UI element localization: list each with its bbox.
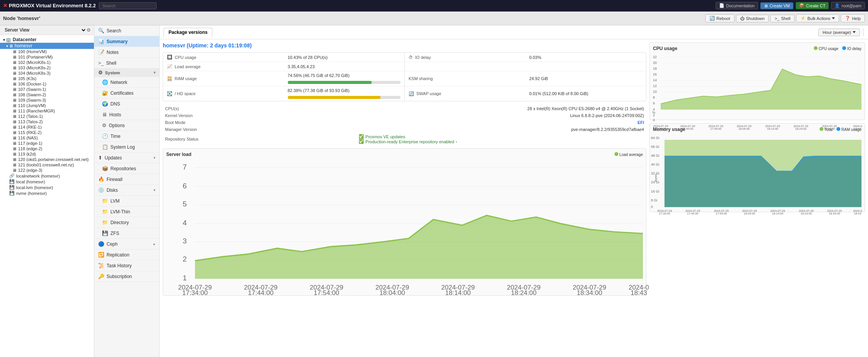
documentation-button[interactable]: 📄 Documentation <box>716 2 758 9</box>
svg-text:17:44:00: 17:44:00 <box>682 127 693 131</box>
tree-vm-112[interactable]: 🖥112 (Talos-1) <box>0 114 94 119</box>
menu-search[interactable]: 🔍 Search <box>94 25 159 36</box>
tree-vm-101[interactable]: 🖥101 (PortainerVM) <box>0 54 94 60</box>
menu-ceph[interactable]: 🔵 Ceph ▸ <box>94 239 159 250</box>
create-ct-button[interactable]: 📦 Create CT <box>796 2 829 9</box>
user-menu-button[interactable]: 👤 root@pam <box>831 2 865 9</box>
tree-vm-109[interactable]: 🖥109 (Swarm-3) <box>0 97 94 103</box>
notes-icon: 📝 <box>98 49 104 55</box>
svg-text:6: 6 <box>653 101 655 105</box>
replication-icon: 🔁 <box>98 252 104 258</box>
menu-repositories[interactable]: 📦 Repositories <box>94 163 159 174</box>
firewall-icon: 🔥 <box>98 176 104 182</box>
menu-certificates[interactable]: 🔐 Certificates <box>94 88 159 99</box>
svg-text:3: 3 <box>183 237 187 245</box>
tree-storage-local-lvm[interactable]: 💾 local-lvm (homesvr) <box>0 184 94 190</box>
time-icon: 🕐 <box>102 133 108 139</box>
tree-vm-105[interactable]: 🖥105 (K3s) <box>0 76 94 81</box>
tree-vm-120[interactable]: 🖥120 (okd1.portainer.cresswell.net.net) <box>0 157 94 162</box>
menu-dns[interactable]: 🌍 DNS <box>94 99 159 109</box>
cpu-legend-dot2 <box>842 46 846 50</box>
create-vm-button[interactable]: 🖥 Create VM <box>760 2 793 9</box>
settings-icon[interactable]: ⚙ <box>87 27 91 33</box>
cpu-chart-legend: CPU usage IO delay <box>814 46 861 51</box>
vm-label-110: 110 (JumpVM) <box>18 103 46 108</box>
menu-firewall[interactable]: 🔥 Firewall <box>94 174 159 185</box>
view-selector[interactable]: Server View <box>3 27 87 33</box>
tab-package-versions[interactable]: Package versions <box>164 28 212 37</box>
menu-updates[interactable]: ⬆ Updates ▾ <box>94 153 159 163</box>
svg-text:17:54:00: 17:54:00 <box>314 289 339 297</box>
tree-node-homesvr[interactable]: ▾ 🖥 homesvr <box>0 43 94 49</box>
tree-vm-104[interactable]: 🖥104 (MicroK8s-3) <box>0 70 94 76</box>
menu-disks[interactable]: 💿 Disks ▾ <box>94 185 159 196</box>
tree-vm-117[interactable]: 🖥117 (edge-1) <box>0 141 94 146</box>
bulk-actions-button[interactable]: ⚡ Bulk Actions <box>796 14 839 22</box>
svg-text:18:34:00: 18:34:00 <box>577 289 602 297</box>
tree-vm-106[interactable]: 🖥106 (Docker-1) <box>0 81 94 87</box>
tree-vm-116[interactable]: 🖥116 (NAS) <box>0 135 94 141</box>
shell-button[interactable]: >_ Shell <box>770 15 795 22</box>
menu-lvm-thin[interactable]: 📁 LVM-Thin <box>94 206 159 217</box>
top-search-input[interactable] <box>99 2 157 9</box>
tree-vm-102[interactable]: 🖥102 (MicroK8s-1) <box>0 60 94 65</box>
menu-syslog[interactable]: 📋 System Log <box>94 142 159 153</box>
shutdown-button[interactable]: ⏻ Shutdown <box>736 15 769 22</box>
tree-vm-122[interactable]: 🖥122 (edge-3) <box>0 168 94 173</box>
tree-vm-119[interactable]: 🖥119 (k2d) <box>0 151 94 157</box>
svg-text:18:34:00: 18:34:00 <box>829 211 840 215</box>
cpu-detail-label: CPU(s) <box>163 105 356 112</box>
tree-vm-100[interactable]: 🖥100 (HomeVM) <box>0 49 94 54</box>
repo-row: Repository Status ✅ Proxmox VE updates ✅… <box>163 133 646 145</box>
menu-subscription[interactable]: 🔑 Subscription <box>94 271 159 282</box>
help-button[interactable]: ❓ Help <box>841 14 865 22</box>
vm-label-107: 107 (Swarm-1) <box>18 87 46 92</box>
tree-vm-107[interactable]: 🖥107 (Swarm-1) <box>0 87 94 92</box>
resource-tree: ▾ 🏢 Datacenter ▾ 🖥 homesvr 🖥100 (HomeVM)… <box>0 35 94 357</box>
hosts-icon: 🖥 <box>102 112 107 117</box>
svg-text:17:44:00: 17:44:00 <box>687 211 698 215</box>
vm-icon-112: 🖥 <box>12 114 17 119</box>
node-menu: 🔍 Search 📊 Summary 📝 Notes >_ Shell ⚙ Sy… <box>94 25 160 357</box>
memory-svg: 64 Gi 56 Gi 48 Gi 40 Gi 32 Gi 24 Gi 16 G… <box>653 134 861 208</box>
tree-vm-103[interactable]: 🖥103 (MicroK8s-2) <box>0 65 94 70</box>
menu-hosts[interactable]: 🖥 Hosts <box>94 109 159 120</box>
menu-replication[interactable]: 🔁 Replication <box>94 250 159 260</box>
svg-text:17:44:00: 17:44:00 <box>248 289 273 297</box>
svg-text:18:43: 18:43 <box>854 127 861 131</box>
tree-vm-115[interactable]: 🖥115 (RKE-2) <box>0 130 94 135</box>
manager-value: pve-manager/8.2.2/9355359cd7afbae4 <box>356 126 646 133</box>
ram-icon: 🧮 <box>167 76 172 81</box>
tree-vm-113[interactable]: 🖥113 (Talos-2) <box>0 119 94 124</box>
menu-network[interactable]: 🌐 Network <box>94 77 159 88</box>
menu-shell[interactable]: >_ Shell <box>94 58 159 69</box>
svg-text:16: 16 <box>653 72 657 76</box>
tree-vm-114[interactable]: 🖥114 (RKE-1) <box>0 124 94 130</box>
menu-summary[interactable]: 📊 Summary <box>94 36 159 47</box>
tree-storage-nvme[interactable]: 💾 nvme (homesvr) <box>0 190 94 196</box>
menu-time[interactable]: 🕐 Time <box>94 131 159 142</box>
tree-network-localnetwork[interactable]: 🔗 localnetwork (homesvr) <box>0 173 94 179</box>
menu-options[interactable]: ⚙ Options <box>94 120 159 131</box>
tree-datacenter[interactable]: ▾ 🏢 Datacenter <box>0 37 94 43</box>
updates-expand-icon: ▾ <box>154 156 155 160</box>
tree-storage-local[interactable]: 💾 local (homesvr) <box>0 179 94 184</box>
tree-vm-111[interactable]: 🖥111 (RancherMGR) <box>0 108 94 114</box>
time-filter-button[interactable]: Hour (average) <box>818 28 860 36</box>
tree-vm-110[interactable]: 🖥110 (JumpVM) <box>0 103 94 108</box>
tree-vm-108[interactable]: 🖥108 (Swarm-2) <box>0 92 94 97</box>
svg-text:48 Gi: 48 Gi <box>651 154 659 158</box>
cpu-icon: 🔲 <box>167 55 172 60</box>
logo-text: PROXMOX Virtual Environment 8.2.2 <box>9 3 96 8</box>
svg-marker-91 <box>664 156 861 207</box>
menu-directory[interactable]: 📁 Directory <box>94 217 159 228</box>
tree-vm-118[interactable]: 🖥118 (edge-2) <box>0 146 94 151</box>
tree-vm-121[interactable]: 🖥121 (tools01.cresswell.net.nz) <box>0 162 94 168</box>
repo-arrow-icon: › <box>456 139 457 144</box>
svg-text:64 Gi: 64 Gi <box>651 136 659 140</box>
menu-task-history[interactable]: 📜 Task History <box>94 260 159 271</box>
menu-notes[interactable]: 📝 Notes <box>94 47 159 58</box>
menu-lvm[interactable]: 📁 LVM <box>94 196 159 206</box>
menu-zfs[interactable]: 💾 ZFS <box>94 228 159 239</box>
reboot-button[interactable]: 🔄 Reboot <box>705 14 734 22</box>
